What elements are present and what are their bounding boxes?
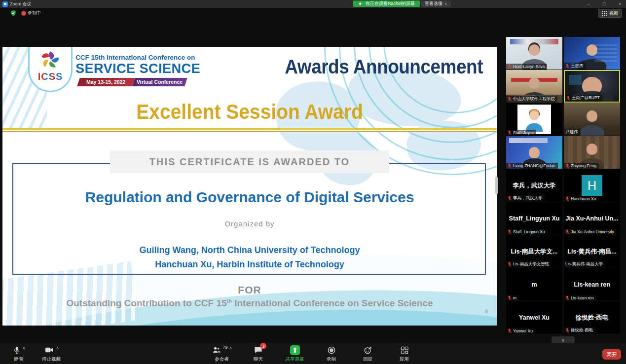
participant-tile[interactable]: 尹建伟 xyxy=(564,103,620,136)
participant-tile[interactable]: Host-Lairyn Silva xyxy=(506,37,562,70)
chevron-down-icon: ∨ xyxy=(561,338,565,343)
participant-name-tag: Host-Lairyn Silva xyxy=(506,64,547,70)
mute-options-chevron[interactable]: ∧ xyxy=(23,346,26,350)
for-text-sup: th xyxy=(227,298,232,304)
participant-tile[interactable]: Yanwei XuYanwei Xu xyxy=(506,301,562,334)
award-title: Excellent Session Award xyxy=(91,100,408,124)
participants-options-chevron[interactable]: ∧ xyxy=(229,346,232,350)
participant-name: Lis-黄兵伟-南昌大学 xyxy=(565,261,603,267)
participant-name-tag: 徐悦姓-西电 xyxy=(564,327,595,334)
reactions-button[interactable]: 回应 xyxy=(357,345,379,363)
chat-button[interactable]: 3 聊天 xyxy=(248,345,269,363)
video-options-chevron[interactable]: ∧ xyxy=(56,346,59,350)
participant-name-tag: Jia Xu-Anhui University xyxy=(564,229,617,235)
participant-name-tag: Zhiyong Feng xyxy=(564,163,599,169)
record-icon xyxy=(327,345,336,355)
muted-mic-icon xyxy=(508,229,512,234)
participants-button[interactable]: 79 ∧ 参会者 xyxy=(211,345,233,363)
muted-mic-icon xyxy=(565,295,569,300)
organizer-1: Guiling Wang, North China University of … xyxy=(2,243,497,257)
stop-video-label: 停止视频 xyxy=(42,356,61,363)
close-button[interactable]: × xyxy=(617,1,623,6)
leave-meeting-button[interactable]: 离开 xyxy=(602,349,621,360)
participant-tile[interactable]: Lis-黄兵伟-南昌...Lis-黄兵伟-南昌大学 xyxy=(564,235,620,268)
participant-name: 王尚广@BUPT xyxy=(572,95,600,101)
view-options-label: 查看选项 xyxy=(425,0,442,7)
participant-tile[interactable]: 中山大学软件工程学院 xyxy=(506,70,562,103)
participant-tile[interactable]: HHanchuan Xu xyxy=(564,169,620,202)
view-layout-label: 视图 xyxy=(609,10,618,17)
conference-mode-banner: Virtual Conference xyxy=(132,78,187,86)
meeting-toolbar: ∧ 静音 ∧ 停止视频 79 ∧ 参会者 xyxy=(0,343,626,364)
chat-badge: 3 xyxy=(260,343,266,349)
participant-tile[interactable]: Zhiyong Feng xyxy=(564,136,620,169)
participant-tile[interactable]: Lis-kean renLis-kean ren xyxy=(564,268,620,301)
conference-title-line2: SERVICE SCIENCE xyxy=(75,61,200,76)
participant-initial: H xyxy=(582,175,602,196)
participant-tile[interactable]: 徐悦姓-西电徐悦姓-西电 xyxy=(564,301,620,334)
participants-label: 参会者 xyxy=(215,356,229,363)
participant-tile[interactable]: Lis-南昌大学文...Lis-南昌大学文智钰 xyxy=(506,235,562,268)
minimize-button[interactable]: – xyxy=(586,1,591,6)
participant-name-tag: m xyxy=(506,295,519,301)
watching-screen-text: 你正在观看Rachel的屏幕 xyxy=(366,0,415,7)
share-screen-button[interactable]: 共享屏幕 xyxy=(284,345,306,363)
participant-name-tag: 王尚广@BUPT xyxy=(565,95,602,102)
participant-tile[interactable]: 李兵，武汉大学李兵，武汉大学 xyxy=(506,169,562,202)
participant-tile[interactable]: 王尚广@BUPT xyxy=(564,70,620,103)
slide-page-number: 9 xyxy=(485,308,488,314)
grid-view-icon xyxy=(602,11,607,16)
awardee-name: Regulation and Governance of Digital Ser… xyxy=(2,189,497,206)
participant-name: 尹建伟 xyxy=(565,129,578,135)
apps-button[interactable]: 应用 xyxy=(394,345,415,363)
muted-mic-icon xyxy=(508,64,512,69)
record-button[interactable]: 录制 xyxy=(321,345,342,363)
participant-name-tag: 王忠杰 xyxy=(564,63,586,70)
participant-count: 79 xyxy=(223,345,228,350)
organizer-2: Hanchuan Xu, Harbin Institute of Technol… xyxy=(2,257,497,272)
mute-label: 静音 xyxy=(14,356,24,363)
recording-label: 录制中 xyxy=(28,10,41,16)
participant-name-tag: Staff-Joyce xyxy=(506,130,536,136)
participant-tile[interactable]: Staff_Lingyun XuStaff_Lingyun Xu xyxy=(506,202,562,235)
mute-button[interactable]: ∧ 静音 xyxy=(8,345,30,363)
slide-headline: Awards Announcement xyxy=(285,56,483,78)
participant-tile[interactable]: 王忠杰 xyxy=(564,37,620,70)
stop-video-button[interactable]: ∧ 停止视频 xyxy=(40,345,62,363)
icss-pinwheel-icon xyxy=(39,49,61,71)
muted-mic-icon xyxy=(565,328,569,333)
participant-name-tag: Lis-黄兵伟-南昌大学 xyxy=(564,261,605,268)
reactions-label: 回应 xyxy=(363,356,372,363)
muted-mic-icon xyxy=(508,295,512,300)
participant-name: m xyxy=(513,295,516,300)
participant-name-tag: Yanwei Xu xyxy=(506,328,535,334)
participant-name: 李兵，武汉大学 xyxy=(513,195,543,201)
reactions-icon xyxy=(363,345,373,355)
gold-divider xyxy=(2,128,497,132)
view-layout-button[interactable]: 视图 xyxy=(598,9,622,18)
participant-name-tag: Lis-南昌大学文智钰 xyxy=(506,261,552,268)
participant-name: 中山大学软件工程学院 xyxy=(513,96,555,102)
maximize-button[interactable]: □ xyxy=(601,1,607,6)
participant-name-tag: 中山大学软件工程学院 xyxy=(506,96,557,103)
certificate-heading: THIS CERTIFICATE IS AWARDED TO xyxy=(110,150,389,173)
apps-label: 应用 xyxy=(400,356,409,363)
participant-name-tag: Lis-kean ren xyxy=(564,295,596,301)
participant-tile[interactable]: Liang ZHANG@Fudan xyxy=(506,136,562,169)
participant-tile[interactable]: Jia Xu-Anhui Un...Jia Xu-Anhui Universit… xyxy=(564,202,620,235)
scrollbar-thumb[interactable] xyxy=(495,177,498,194)
view-options-button[interactable]: 查看选项 ∨ xyxy=(421,0,451,7)
participant-tile[interactable]: mm xyxy=(506,268,562,301)
recording-dot-icon xyxy=(22,11,26,15)
watching-screen-banner: 你正在观看Rachel的屏幕 xyxy=(353,0,420,7)
participant-tile[interactable]: Staff-Joyce xyxy=(506,103,562,136)
security-shield-icon[interactable] xyxy=(10,9,17,17)
participant-name: Jia Xu-Anhui University xyxy=(571,229,614,234)
icss-acronym: ICSS xyxy=(38,71,63,82)
participant-name: 徐悦姓-西电 xyxy=(571,328,593,333)
participants-icon xyxy=(212,345,221,355)
muted-mic-icon xyxy=(508,328,512,333)
participant-name: Zhiyong Feng xyxy=(571,163,596,168)
muted-mic-icon xyxy=(508,262,512,267)
muted-mic-icon xyxy=(508,130,512,135)
